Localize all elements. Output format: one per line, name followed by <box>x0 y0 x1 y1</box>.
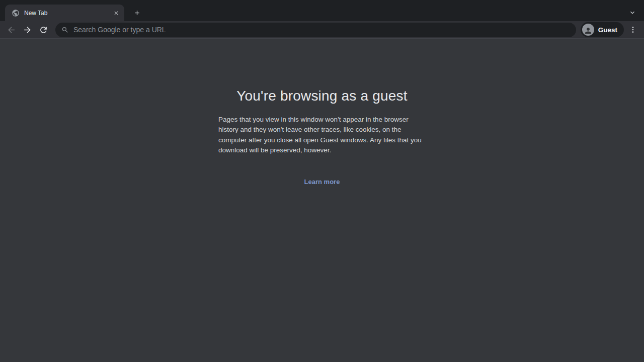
guest-profile-button[interactable]: Guest <box>581 22 624 37</box>
address-input[interactable] <box>73 26 570 34</box>
person-icon <box>582 24 594 36</box>
kebab-menu-icon[interactable] <box>627 23 639 36</box>
page-title: You're browsing as a guest <box>0 88 644 104</box>
toolbar: Guest <box>0 21 644 39</box>
back-arrow-icon[interactable] <box>5 23 17 36</box>
guest-description-line: Pages that you view in this window won't… <box>218 115 426 125</box>
new-tab-button[interactable] <box>130 5 144 21</box>
address-bar[interactable] <box>55 23 576 37</box>
tab-title: New Tab <box>24 10 112 17</box>
globe-icon <box>12 9 20 17</box>
learn-more-link[interactable]: Learn more <box>304 178 340 186</box>
guest-description: Pages that you view in this window won't… <box>218 115 426 156</box>
tab-strip: New Tab <box>0 0 644 21</box>
guest-description-line: history and they won't leave other trace… <box>218 125 426 135</box>
reload-icon[interactable] <box>37 23 49 36</box>
learn-more-row: Learn more <box>0 177 644 186</box>
search-icon <box>61 26 69 34</box>
guest-description-line: download will be preserved, however. <box>218 145 426 155</box>
browser-window: New Tab <box>0 0 644 362</box>
chevron-down-icon[interactable] <box>627 7 638 18</box>
close-tab-icon[interactable] <box>112 9 120 17</box>
forward-arrow-icon[interactable] <box>21 23 33 36</box>
guest-label: Guest <box>598 26 617 34</box>
guest-ntp-page: You're browsing as a guest Pages that yo… <box>0 39 644 362</box>
guest-description-line: computer after you close all open Guest … <box>218 135 426 145</box>
tab-new-tab[interactable]: New Tab <box>5 5 124 21</box>
